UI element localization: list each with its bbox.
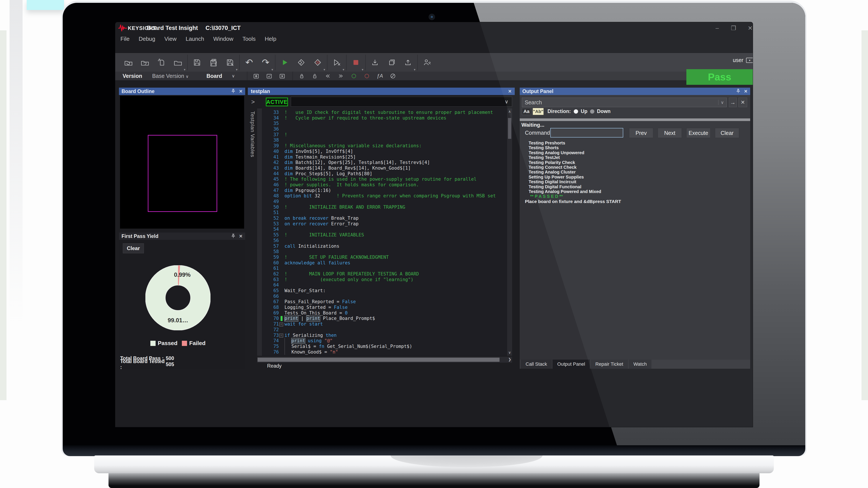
menu-help[interactable]: Help [265,36,276,42]
background-strip [0,30,6,400]
clear-button[interactable]: Clear [715,128,739,138]
command-input[interactable] [550,128,623,137]
radio-down[interactable] [590,109,594,113]
toolbar-overflow-icon[interactable]: ▾ [343,68,344,72]
fast-forward-icon[interactable] [334,72,347,80]
green-circle-icon[interactable] [347,72,360,80]
undo-icon[interactable]: ↶ [243,56,255,69]
red-circle-icon[interactable] [360,72,373,80]
board-select-icon[interactable]: ∨ [232,73,235,78]
toolbar-overflow-icon[interactable]: ▾ [184,68,186,72]
clear-button[interactable]: Clear [123,243,144,253]
tab-watch[interactable]: Watch [629,360,652,369]
pin-icon[interactable] [736,89,740,94]
close-document-icon[interactable]: ✕ [508,89,512,94]
scrollbar-thumb[interactable] [257,358,499,362]
testplan-variables-tab[interactable]: Testplan Variables [248,108,256,356]
menu-tools[interactable]: Tools [242,36,256,42]
user-dropdown-icon[interactable]: ▾ [746,58,753,63]
tab-output-panel[interactable]: Output Panel [553,360,590,369]
toolbar-overflow-icon[interactable]: ▾ [362,68,364,72]
close-panel-icon[interactable]: ✕ [744,89,748,94]
redo-icon[interactable]: ↷ [259,56,272,69]
vertical-scrollbar[interactable]: ∧ ∨ [507,108,512,356]
scrollbar-thumb[interactable] [508,118,511,139]
save-all-icon[interactable] [207,56,220,69]
editor-status: Ready [267,363,281,369]
next-button[interactable]: Next [658,128,682,138]
execute-button[interactable]: Execute [686,128,710,138]
save-as-icon[interactable] [224,56,236,69]
prev-button[interactable]: Prev [629,128,653,138]
run-no-debug-icon[interactable] [331,56,343,69]
board-view-icon[interactable] [250,72,262,80]
step-over-icon[interactable] [295,56,308,69]
scroll-right-icon[interactable]: ❯ [508,357,511,362]
fold-toggle-icon[interactable]: - [279,323,283,326]
code-token: on error recover [284,221,328,227]
board-clear-icon[interactable] [276,72,289,80]
clear-search-icon[interactable]: ✕ [739,98,747,107]
folder-open-recent-icon[interactable] [122,56,135,69]
close-panel-icon[interactable]: ✕ [239,89,243,94]
scroll-up-icon[interactable]: ∧ [507,109,512,114]
toolbar-overflow-icon[interactable]: ▾ [323,68,325,72]
version-select[interactable]: Base Version ∨ [152,73,189,79]
pin-icon[interactable] [231,234,236,239]
menu-file[interactable]: File [120,36,129,42]
tab-testplan[interactable]: testplan [251,89,270,94]
board-check-icon[interactable] [262,72,276,80]
toolbar-overflow-icon[interactable]: ▾ [272,68,273,72]
laptop-shadow [108,473,760,488]
run-icon[interactable] [278,56,291,69]
save-icon[interactable] [191,56,203,69]
unlock-icon[interactable] [308,72,321,80]
log-line: Place board on fixture and &dBpress STAR… [520,199,750,204]
lock-icon[interactable] [295,72,308,80]
close-panel-icon[interactable]: ✕ [239,234,243,239]
fold-toggle-icon[interactable]: - [279,333,283,337]
close-icon[interactable]: ✕ [746,25,753,32]
step-into-icon[interactable] [311,56,324,69]
search-input[interactable]: Search ∨ [522,98,727,107]
tab-call-stack[interactable]: Call Stack [521,360,552,369]
menu-view[interactable]: View [164,36,177,42]
line-number: 52 [257,216,281,221]
export-icon[interactable] [385,56,398,69]
folder-sync-icon[interactable] [139,56,151,69]
no-autofile-icon[interactable] [386,72,399,80]
import-icon[interactable] [369,56,381,69]
autofile-icon[interactable]: ƒA [373,72,386,80]
tab-repair-ticket[interactable]: Repair Ticket [590,360,628,369]
chart-legend: PassedFailed [137,340,219,347]
find-next-button[interactable]: → [729,98,737,107]
menu-launch[interactable]: Launch [186,36,204,42]
upload-icon[interactable] [402,56,414,69]
user-edit-icon[interactable] [421,56,433,69]
radio-up[interactable] [574,109,578,113]
new-file-icon[interactable] [155,56,168,69]
minimize-icon[interactable]: – [713,25,721,31]
match-word-toggle[interactable]: "Ab" [533,108,544,115]
rewind-icon[interactable] [321,72,334,80]
toolbar-overflow-icon[interactable]: ▾ [236,68,238,72]
maximize-icon[interactable]: ❐ [729,25,738,32]
user-menu[interactable]: user ▾ [733,57,753,63]
testplan-section-select[interactable]: ∨ [291,97,512,107]
stop-icon[interactable] [349,56,362,69]
match-case-toggle[interactable]: Aa [522,108,531,115]
code-token: InvOn$[5], InvOff$[4] [293,149,353,155]
horizontal-scrollbar[interactable]: ❯ [257,357,512,363]
code-editor[interactable]: 33! use ID check for digital test subrou… [257,108,512,356]
board-outline-canvas[interactable] [120,96,244,229]
folder-open-icon[interactable] [172,56,184,69]
menu-window[interactable]: Window [213,36,233,42]
collapse-chevron-icon[interactable]: > [250,98,256,106]
pin-icon[interactable] [231,89,236,94]
search-history-icon[interactable]: ∨ [718,100,724,105]
menu-debug[interactable]: Debug [139,36,155,42]
toolbar-overflow-icon[interactable]: ▾ [414,68,415,72]
scroll-down-icon[interactable]: ∨ [507,350,512,355]
search-placeholder: Search [525,99,542,106]
log-line: Testing Digital Functional [520,184,750,189]
